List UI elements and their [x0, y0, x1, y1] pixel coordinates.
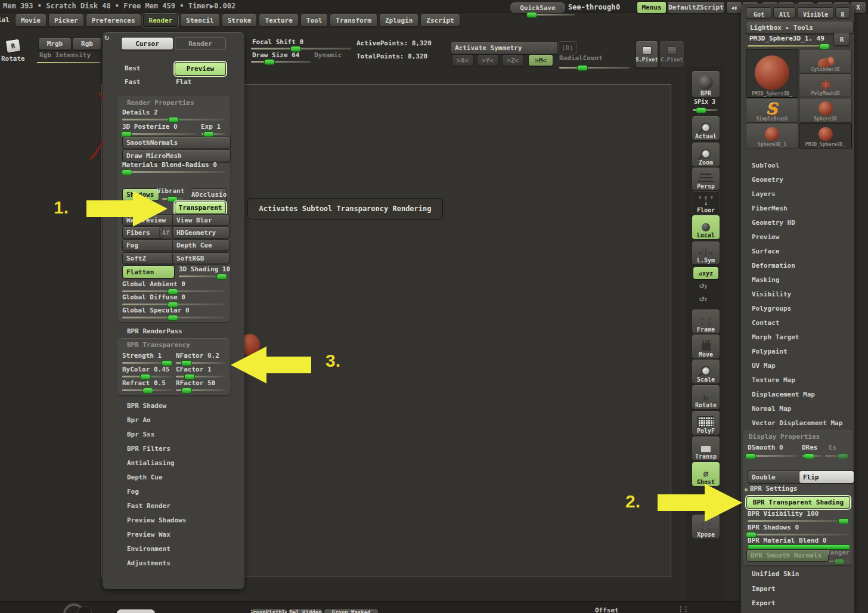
scrub-left-button[interactable]: ◀▮	[726, 1, 742, 14]
tool-section-vector-displacement-map[interactable]: Vector Displacement Map	[752, 417, 842, 432]
spix-slider[interactable]	[693, 109, 718, 111]
global-ambient-slider[interactable]	[122, 290, 226, 292]
default-zscript-button[interactable]: DefaultZScript	[667, 1, 725, 14]
softrgb-button[interactable]: SoftRGB	[172, 252, 230, 264]
cfactor-slider[interactable]	[176, 376, 226, 377]
tool-section-texture-map[interactable]: Texture Map	[752, 374, 842, 389]
render-section-fog[interactable]: Fog	[127, 486, 186, 500]
best-render-button[interactable]: Best	[125, 64, 141, 72]
bpr-renderpass-section[interactable]: BPR RenderPass	[127, 327, 182, 335]
persp-button[interactable]: Persp	[692, 167, 720, 191]
tool-section-import[interactable]: Import	[752, 585, 776, 593]
menu-item-material[interactable]: ial	[0, 14, 13, 26]
menu-item-picker[interactable]: Picker	[48, 14, 84, 27]
all-button[interactable]: All	[773, 7, 796, 18]
tangent-slider[interactable]	[829, 561, 849, 562]
menu-item-stroke[interactable]: Stroke	[222, 14, 258, 27]
symmetry-x-button[interactable]: >X<	[452, 54, 473, 66]
menu-item-stencil[interactable]: Stencil	[180, 14, 219, 27]
menu-item-zscript[interactable]: Zscript	[420, 14, 460, 27]
tool-section-uv-map[interactable]: UV Map	[752, 360, 842, 374]
rgb-intensity-slider[interactable]	[37, 62, 100, 63]
tool-section-morph-target[interactable]: Morph Target	[752, 332, 842, 346]
flat-render-button[interactable]: Flat	[176, 78, 192, 86]
draw-micromesh-button[interactable]: Draw MicroMesh	[122, 150, 231, 162]
rotate-button[interactable]: ↻ Rotate	[692, 385, 720, 410]
menu-item-texture[interactable]: Texture	[259, 14, 298, 27]
tool-section-unified-skin[interactable]: Unified Skin	[752, 570, 799, 578]
group-masked-button[interactable]: Group Masked	[324, 609, 379, 613]
tool-thumb-polymesh3d[interactable]: PolyMesh3D	[799, 73, 852, 97]
render-section-bpr-filters[interactable]: BPR Filters	[127, 443, 186, 457]
tool-section-fibermesh[interactable]: FiberMesh	[752, 203, 842, 217]
tool-r-button[interactable]: R	[833, 33, 850, 46]
render-section-adjustments[interactable]: Adjustments	[127, 558, 186, 572]
bpr-shadows-slider[interactable]	[748, 534, 849, 535]
refract-slider[interactable]	[122, 389, 172, 391]
cursor-button[interactable]: Cursor	[121, 37, 173, 50]
render-mode-button[interactable]: Render	[175, 37, 226, 50]
menu-item-zplugin[interactable]: Zplugin	[379, 14, 418, 27]
tool-section-geometry[interactable]: Geometry	[752, 174, 842, 188]
menu-item-preferences[interactable]: Preferences	[86, 14, 141, 27]
tool-section-export[interactable]: Export	[752, 599, 776, 607]
tool-section-preview[interactable]: Preview	[752, 231, 842, 246]
bpr-transparent-shading-button[interactable]: BPR Transparent Shading	[746, 496, 850, 509]
transparent-button[interactable]: Transparent	[175, 202, 226, 214]
tool-section-deformation[interactable]: Deformation	[752, 260, 842, 274]
symmetry-z-button[interactable]: >Z<	[502, 54, 523, 66]
quicksave-button[interactable]: QuickSave	[510, 2, 566, 14]
radial-count-slider[interactable]	[559, 67, 630, 69]
mrgb-button[interactable]: Mrgb	[38, 38, 72, 50]
flip-button[interactable]: Flip	[799, 470, 854, 484]
menu-item-transform[interactable]: Transform	[330, 14, 377, 27]
symmetry-m-button[interactable]: >M<	[528, 54, 553, 66]
tool-thumb-pm3d-sphere[interactable]: PM3D_Sphere3D_	[799, 123, 852, 148]
tool-thumb-sphere3d-1[interactable]: Sphere3D_1	[746, 123, 798, 148]
render-section-preview-wax[interactable]: Preview Wax	[127, 529, 186, 543]
render-section-bpr-shadow[interactable]: BPR Shadow	[127, 400, 186, 414]
flatten-button[interactable]: Flatten	[122, 265, 175, 278]
global-specular-slider[interactable]	[122, 317, 226, 318]
tool-section-surface[interactable]: Surface	[752, 246, 842, 260]
tool-slider[interactable]	[748, 45, 830, 47]
tool-section-geometry-hd[interactable]: Geometry HD	[752, 217, 842, 231]
bpr-render-button[interactable]: BPR	[692, 70, 720, 98]
see-through-slider[interactable]	[528, 14, 575, 16]
render-section-antialiasing[interactable]: Antialiasing	[127, 457, 186, 472]
fibers-button[interactable]: Fibers	[122, 227, 163, 239]
rotate-tool-icon[interactable]: R	[5, 38, 21, 53]
tool-thumb-current[interactable]: PM3D_Sphere3D_	[746, 49, 798, 98]
tool-section-subtool[interactable]: SubTool	[752, 160, 842, 174]
bpr-settings-label[interactable]: BPR Settings	[750, 485, 797, 493]
fog-button[interactable]: Fog	[122, 239, 175, 251]
lsym-button[interactable]: ←|→ L.Sym	[692, 241, 720, 265]
tool-section-polygroups[interactable]: Polygroups	[752, 303, 842, 317]
rfactor-slider[interactable]	[176, 389, 226, 391]
tool-section-normal-map[interactable]: Normal Map	[752, 403, 842, 417]
strength-slider[interactable]	[122, 362, 172, 364]
dsmooth-slider[interactable]	[748, 455, 799, 457]
dres-slider[interactable]	[802, 455, 823, 457]
render-section-bpr-sss[interactable]: Bpr Sss	[127, 429, 186, 443]
symmetry-y-button[interactable]: >Y<	[477, 54, 498, 66]
tool-thumb-sphere3d[interactable]: Sphere3D	[799, 98, 852, 123]
fast-render-button[interactable]: Fast	[125, 78, 141, 86]
floor-button[interactable]: x y z ↓ Floor	[692, 191, 720, 215]
tool-section-contact[interactable]: Contact	[752, 317, 842, 332]
tool-thumb-simplebrush[interactable]: S SimpleBrush	[746, 98, 798, 123]
bpr-visibility-slider[interactable]	[748, 520, 849, 522]
menu-item-movie[interactable]: Movie	[15, 14, 46, 27]
gy-rotate-icon[interactable]: ↺y	[699, 280, 707, 290]
tool-section-displacement-map[interactable]: Displacement Map	[752, 389, 842, 403]
preview-render-button[interactable]: Preview	[175, 62, 226, 76]
view-blur-button[interactable]: View Blur	[172, 214, 230, 226]
s-pivot-button[interactable]: S.Pivot	[636, 41, 658, 68]
af-button[interactable]: Af	[159, 227, 172, 239]
r-button-top[interactable]: R	[835, 7, 850, 18]
ghost-button[interactable]: ∅ Ghost	[692, 462, 720, 487]
bottom-pill[interactable]	[117, 609, 155, 613]
got-button[interactable]: Got	[746, 7, 772, 18]
scale-button[interactable]: Scale	[692, 359, 720, 384]
aocclusion-button[interactable]: AOcclusio	[191, 188, 227, 201]
